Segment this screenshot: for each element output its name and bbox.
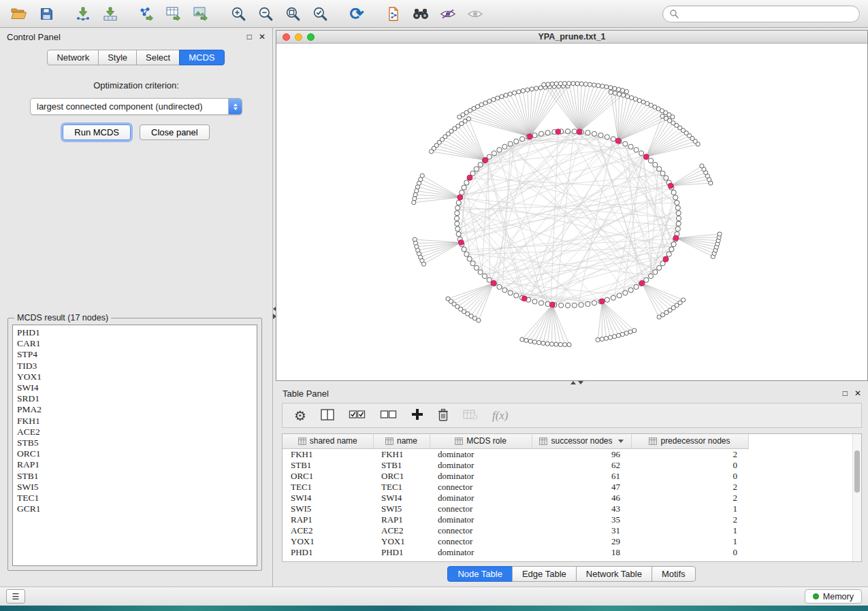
column-header-successor-nodes[interactable]: successor nodes — [532, 434, 631, 448]
zoom-out-icon[interactable] — [255, 3, 276, 24]
import-table-disabled-icon — [463, 409, 478, 422]
table-scrollbar[interactable] — [852, 434, 861, 561]
mcds-result-item[interactable]: FKH1 — [17, 416, 253, 427]
optimization-criterion-select[interactable]: largest connected component (undirected) — [30, 98, 242, 115]
network-from-document-icon[interactable] — [383, 3, 404, 24]
column-header-mcds-role[interactable]: MCDS role — [430, 434, 532, 448]
search-network-icon[interactable] — [410, 3, 432, 24]
table-row[interactable]: PHD1PHD1dominator180 — [283, 547, 748, 558]
mcds-result-list[interactable]: PHD1CAR1STP4TID3YOX1SWI4SRD1PMA2FKH1ACE2… — [12, 325, 257, 566]
table-cell: SWI5 — [373, 503, 430, 514]
mcds-result-item[interactable]: CAR1 — [17, 338, 253, 349]
table-scrollbar-thumb[interactable] — [854, 450, 860, 493]
run-mcds-button[interactable]: Run MCDS — [63, 125, 131, 140]
tab-mcds[interactable]: MCDS — [179, 50, 224, 65]
column-type-icon — [298, 437, 306, 445]
tab-select[interactable]: Select — [136, 50, 180, 65]
deselect-all-columns-icon[interactable] — [380, 409, 397, 422]
minimize-window-light[interactable] — [295, 33, 302, 41]
table-row[interactable]: SWI4SWI4dominator462 — [283, 493, 748, 503]
save-session-icon[interactable] — [35, 3, 57, 24]
table-row[interactable]: ACE2ACE2connector311 — [283, 525, 748, 536]
mcds-result-item[interactable]: SWI5 — [17, 482, 253, 493]
mcds-result-item[interactable]: STP4 — [17, 349, 253, 360]
zoom-in-icon[interactable] — [227, 3, 249, 24]
export-image-icon[interactable] — [191, 3, 212, 24]
mcds-result-item[interactable]: YOX1 — [17, 371, 253, 382]
search-icon — [669, 9, 679, 18]
mcds-result-item[interactable]: PMA2 — [17, 404, 253, 415]
column-type-icon — [385, 437, 393, 445]
import-network-icon[interactable] — [72, 3, 94, 24]
tab-style[interactable]: Style — [98, 50, 137, 65]
network-canvas[interactable] — [276, 44, 867, 380]
zoom-fit-icon[interactable] — [282, 3, 304, 24]
status-menu-button[interactable]: ☰ — [6, 589, 25, 604]
table-row[interactable]: RAP1RAP1dominator352 — [283, 514, 748, 525]
column-header-name[interactable]: name — [373, 434, 430, 448]
refresh-view-icon[interactable]: ⟳ — [346, 3, 368, 24]
table-cell: dominator — [430, 448, 532, 460]
table-cell: ACE2 — [283, 525, 373, 536]
column-header-shared-name[interactable]: shared name — [283, 434, 373, 448]
column-header-predecessor-nodes[interactable]: predecessor nodes — [631, 434, 748, 448]
table-row[interactable]: ORC1ORC1dominator610 — [283, 471, 748, 482]
table-cell: STB1 — [283, 460, 373, 471]
mcds-result-item[interactable]: TID3 — [17, 361, 253, 371]
mcds-result-item[interactable]: ORC1 — [17, 448, 253, 459]
import-table-icon[interactable] — [99, 3, 121, 24]
export-network-icon[interactable] — [136, 3, 158, 24]
tab-motifs[interactable]: Motifs — [652, 566, 696, 582]
close-panel-icon[interactable]: ✕ — [259, 32, 266, 42]
session-group — [8, 3, 57, 24]
table-row[interactable]: YOX1YOX1connector291 — [283, 536, 748, 547]
mcds-result-item[interactable]: RAP1 — [17, 459, 253, 470]
table-cell: connector — [430, 482, 532, 493]
table-cell: FKH1 — [373, 448, 430, 460]
tab-node-table[interactable]: Node Table — [447, 566, 513, 582]
tab-network-table[interactable]: Network Table — [576, 566, 652, 582]
table-cell: ACE2 — [373, 525, 430, 536]
create-column-icon[interactable] — [411, 408, 423, 423]
mcds-result-item[interactable]: GCR1 — [17, 503, 253, 514]
open-session-icon[interactable] — [8, 3, 30, 24]
mcds-result-item[interactable]: STB1 — [17, 471, 253, 482]
hide-graphics-details-icon[interactable] — [437, 3, 459, 24]
table-cell: 2 — [631, 493, 748, 503]
mcds-result-item[interactable]: ACE2 — [17, 427, 253, 437]
zoom-selected-icon[interactable] — [309, 3, 331, 24]
search-box[interactable] — [662, 5, 860, 22]
table-settings-icon[interactable]: ⚙︎ — [294, 408, 306, 424]
close-panel-button[interactable]: Close panel — [140, 125, 210, 140]
control-panel: Control Panel □ ✕ Network Style Select M… — [0, 28, 273, 587]
tab-network[interactable]: Network — [47, 50, 99, 65]
show-columns-icon[interactable] — [321, 409, 334, 423]
network-window: YPA_prune.txt_1 — [276, 30, 868, 381]
export-table-icon[interactable] — [163, 3, 185, 24]
table-cell: 18 — [532, 547, 631, 558]
close-table-panel-icon[interactable]: ✕ — [854, 389, 861, 398]
delete-column-icon[interactable] — [438, 408, 449, 423]
table-row[interactable]: TEC1TEC1connector472 — [283, 482, 748, 493]
zoom-window-light[interactable] — [307, 33, 315, 41]
close-window-light[interactable] — [283, 33, 290, 41]
mcds-result-item[interactable]: SRD1 — [17, 393, 253, 404]
table-cell: connector — [430, 525, 532, 536]
table-row[interactable]: SWI5SWI5connector431 — [283, 503, 748, 514]
memory-button[interactable]: Memory — [805, 589, 862, 604]
select-all-columns-icon[interactable] — [349, 409, 366, 422]
mcds-result-item[interactable]: PHD1 — [17, 327, 253, 338]
table-header-row: shared name name MCDS role successor nod… — [283, 434, 748, 448]
float-panel-icon[interactable]: □ — [247, 32, 252, 42]
show-graphics-details-icon[interactable] — [464, 3, 486, 24]
tab-edge-table[interactable]: Edge Table — [512, 566, 577, 582]
table-row[interactable]: FKH1FKH1dominator962 — [283, 448, 748, 460]
float-table-panel-icon[interactable]: □ — [843, 389, 848, 398]
mcds-result-item[interactable]: SWI4 — [17, 382, 253, 393]
network-window-titlebar[interactable]: YPA_prune.txt_1 — [276, 31, 867, 44]
mcds-result-item[interactable]: STB5 — [17, 437, 253, 448]
search-input[interactable] — [682, 9, 853, 18]
mcds-result-item[interactable]: TEC1 — [17, 493, 253, 503]
table-row[interactable]: STB1STB1dominator620 — [283, 460, 748, 471]
table-cell: 31 — [532, 525, 631, 536]
